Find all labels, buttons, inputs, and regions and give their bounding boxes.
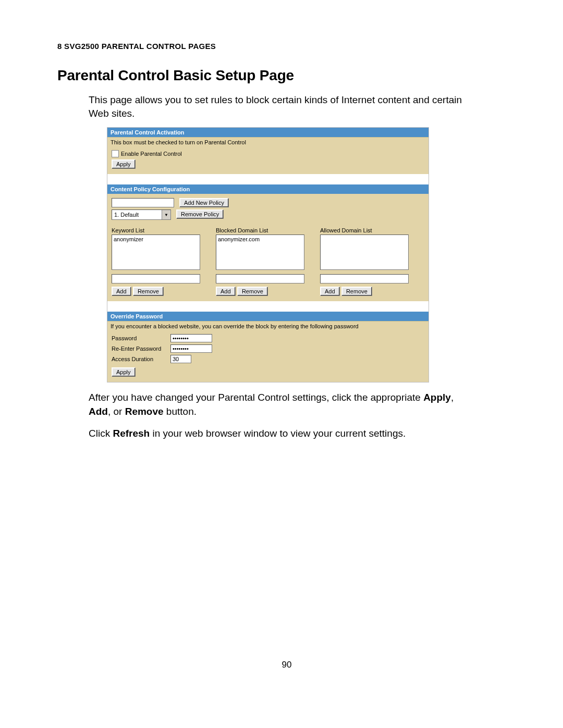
keyword-list-label: Keyword List — [112, 227, 200, 233]
enable-checkbox[interactable] — [112, 150, 119, 157]
password-input[interactable] — [170, 334, 212, 342]
chapter-label: 8 SVG2500 PARENTAL CONTROL PAGES — [57, 42, 516, 51]
blocked-input[interactable] — [216, 274, 304, 283]
policy-select[interactable]: 1. Default — [112, 209, 171, 220]
allowed-add-button[interactable]: Add — [320, 287, 340, 296]
chevron-down-icon[interactable] — [162, 210, 170, 219]
outro-2: Click Refresh in your web browser window… — [89, 427, 469, 441]
outro-1: After you have changed your Parental Con… — [89, 391, 469, 418]
reenter-password-label: Re-Enter Password — [112, 346, 166, 352]
override-header: Override Password — [107, 312, 429, 321]
new-policy-input[interactable] — [112, 198, 174, 207]
remove-policy-button[interactable]: Remove Policy — [176, 209, 224, 219]
keyword-listbox[interactable]: anonymizer — [112, 235, 200, 270]
password-label: Password — [112, 335, 166, 341]
keyword-item[interactable]: anonymizer — [114, 236, 198, 242]
add-policy-button[interactable]: Add New Policy — [179, 198, 229, 207]
page-heading: Parental Control Basic Setup Page — [57, 67, 516, 84]
activation-apply-button[interactable]: Apply — [112, 159, 136, 169]
screenshot-panel: Parental Control Activation This box mus… — [107, 127, 429, 382]
keyword-add-button[interactable]: Add — [112, 287, 131, 296]
page-number: 90 — [57, 660, 516, 670]
keyword-remove-button[interactable]: Remove — [133, 287, 164, 296]
access-duration-label: Access Duration — [112, 356, 166, 362]
allowed-list-label: Allowed Domain List — [320, 227, 409, 233]
allowed-input[interactable] — [320, 274, 409, 283]
policy-header: Content Policy Configuration — [107, 184, 429, 194]
activation-header: Parental Control Activation — [107, 128, 429, 137]
allowed-remove-button[interactable]: Remove — [341, 287, 372, 296]
reenter-password-input[interactable] — [170, 344, 212, 353]
policy-select-value: 1. Default — [114, 212, 139, 218]
enable-label: Enable Parental Control — [121, 151, 182, 157]
intro-text: This page allows you to set rules to blo… — [89, 93, 469, 120]
blocked-item[interactable]: anonymizer.com — [218, 236, 302, 242]
allowed-listbox[interactable] — [320, 235, 409, 270]
override-notice: If you encounter a blocked website, you … — [107, 321, 429, 331]
keyword-input[interactable] — [112, 274, 200, 283]
access-duration-input[interactable] — [170, 355, 191, 363]
override-apply-button[interactable]: Apply — [112, 367, 136, 377]
blocked-add-button[interactable]: Add — [216, 287, 236, 296]
blocked-list-label: Blocked Domain List — [216, 227, 304, 233]
blocked-listbox[interactable]: anonymizer.com — [216, 235, 304, 270]
activation-notice: This box must be checked to turn on Pare… — [107, 137, 429, 147]
blocked-remove-button[interactable]: Remove — [237, 287, 268, 296]
